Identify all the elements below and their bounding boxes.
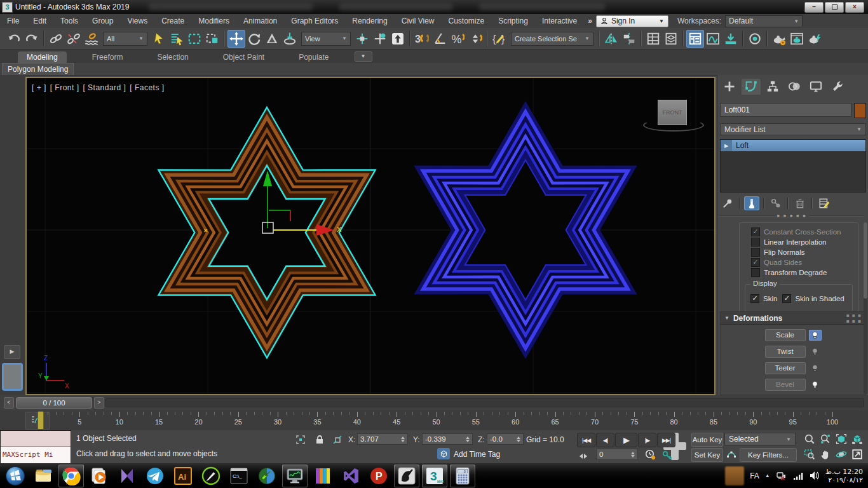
- display-tab-icon[interactable]: [806, 79, 825, 94]
- rect-selection-region-icon[interactable]: [186, 30, 203, 48]
- zoom-all-icon[interactable]: [818, 431, 833, 446]
- kmplayer-icon[interactable]: [114, 464, 140, 487]
- zoom-region-icon[interactable]: [802, 447, 817, 461]
- menu-graph-editors[interactable]: Graph Editors: [284, 14, 345, 28]
- panel-scrollbar[interactable]: [864, 222, 867, 394]
- rendered-frame-icon[interactable]: [788, 30, 806, 48]
- ribbon-tab-modeling[interactable]: Modeling: [18, 51, 67, 63]
- illustrator-icon[interactable]: Ai: [170, 464, 196, 487]
- expand-arrow-icon[interactable]: ▶: [721, 140, 732, 151]
- maxscript-mini-listener[interactable]: MAXScript Mi: [0, 430, 71, 463]
- time-configuration-icon[interactable]: [643, 448, 657, 461]
- media-player-icon[interactable]: [86, 464, 112, 487]
- redo-icon[interactable]: [23, 30, 41, 48]
- file-explorer-icon[interactable]: [31, 464, 56, 487]
- mirror-icon[interactable]: [602, 30, 620, 48]
- bulb-toggle-icon[interactable]: [809, 363, 822, 374]
- previous-frame-button[interactable]: ◀|: [596, 433, 614, 447]
- menu-tools[interactable]: Tools: [53, 14, 85, 28]
- ribbon-overflow-chip[interactable]: ▼: [355, 51, 372, 62]
- schematic-view-icon[interactable]: [722, 30, 740, 48]
- color-stripes-icon[interactable]: [310, 464, 336, 487]
- remove-modifier-icon[interactable]: [792, 196, 808, 210]
- keyboard-override-icon[interactable]: [389, 30, 407, 48]
- absolute-offset-toggle-icon[interactable]: [330, 433, 344, 446]
- named-sets-dropdown[interactable]: Create Selection Se▼: [511, 32, 593, 46]
- checkbox-quad-sides[interactable]: Quad Sides: [751, 257, 858, 268]
- signal-strength-icon[interactable]: [793, 471, 803, 480]
- bevel-deformation-button[interactable]: Bevel: [765, 379, 806, 391]
- edit-named-sets-icon[interactable]: {}: [491, 30, 508, 48]
- angle-snap-icon[interactable]: [431, 30, 449, 48]
- pan-icon[interactable]: [818, 447, 833, 461]
- chrome-icon[interactable]: [58, 464, 84, 487]
- teeter-deformation-button[interactable]: Teeter: [765, 362, 806, 374]
- panel-splitter[interactable]: ■ ■ ■ ■ ■: [720, 215, 864, 217]
- close-button[interactable]: ×: [845, 2, 864, 13]
- ribbon-tab-freeform[interactable]: Freeform: [83, 51, 132, 63]
- checkbox-constant-cross-section[interactable]: Constant Cross-Section: [751, 227, 858, 237]
- make-unique-icon[interactable]: [768, 196, 783, 210]
- scale-deformation-button[interactable]: Scale: [765, 329, 806, 341]
- select-object-icon[interactable]: [150, 30, 168, 48]
- z-coord-field[interactable]: -0.0: [487, 433, 524, 445]
- select-place-icon[interactable]: [281, 30, 299, 48]
- isolate-selection-icon[interactable]: [294, 433, 308, 446]
- motion-tab-icon[interactable]: [785, 79, 804, 94]
- checkbox-linear-interpolation[interactable]: Linear Interpolation: [751, 237, 858, 247]
- current-frame-marker[interactable]: [37, 411, 44, 430]
- start-button[interactable]: [3, 464, 28, 487]
- expand-panel-button[interactable]: ▶: [4, 345, 20, 359]
- auto-key-button[interactable]: Auto Key: [691, 433, 723, 447]
- add-time-tag-label[interactable]: Add Time Tag: [454, 450, 500, 459]
- pin-stack-icon[interactable]: [720, 196, 735, 210]
- viewport-menu-shading[interactable]: [ Facets ]: [130, 83, 164, 92]
- checkbox-skin-in-shaded[interactable]: Skin in Shaded: [782, 294, 844, 304]
- window-crossing-icon[interactable]: [203, 30, 221, 48]
- orbit-icon[interactable]: [834, 447, 849, 461]
- percent-snap-icon[interactable]: %: [449, 30, 466, 48]
- 3dsmax-icon[interactable]: 3MAX: [422, 464, 447, 487]
- bulb-toggle-icon[interactable]: [809, 330, 822, 341]
- menu-group[interactable]: Group: [85, 14, 120, 28]
- ribbon-tab-selection[interactable]: Selection: [148, 51, 197, 63]
- go-to-start-button[interactable]: |◀◀: [577, 433, 595, 447]
- tray-app-icon[interactable]: [725, 466, 744, 485]
- y-coord-field[interactable]: -0.339: [422, 433, 473, 445]
- menu-overflow-chevron[interactable]: »: [584, 17, 596, 25]
- render-production-icon[interactable]: [806, 30, 824, 48]
- render-setup-icon[interactable]: [770, 30, 788, 48]
- selection-filter-dropdown[interactable]: All▼: [103, 32, 147, 46]
- menu-civil-view[interactable]: Civil View: [395, 14, 442, 28]
- key-filters-button[interactable]: Key Filters...: [740, 448, 797, 462]
- configure-modifier-sets-icon[interactable]: [817, 196, 832, 210]
- zoom-extents-all-icon[interactable]: [850, 431, 865, 446]
- stack-item-loft[interactable]: ▶ Loft: [721, 140, 865, 151]
- menu-modifiers[interactable]: Modifiers: [191, 14, 236, 28]
- menu-interactive[interactable]: Interactive: [535, 14, 584, 28]
- go-to-end-button[interactable]: ▶▶|: [657, 433, 675, 447]
- modifier-stack[interactable]: ▶ Loft: [720, 139, 866, 193]
- twist-deformation-button[interactable]: Twist: [765, 346, 806, 358]
- menu-rendering[interactable]: Rendering: [345, 14, 394, 28]
- bulb-toggle-icon[interactable]: [809, 346, 822, 357]
- maximize-viewport-icon[interactable]: [850, 447, 865, 461]
- layer-explorer-icon[interactable]: [644, 30, 662, 48]
- object-name-field[interactable]: Loft001: [720, 103, 851, 117]
- zoom-icon[interactable]: [802, 431, 817, 446]
- scene-explorer-icon[interactable]: [686, 30, 704, 48]
- select-manipulate-icon[interactable]: [371, 30, 389, 48]
- menu-create[interactable]: Create: [154, 14, 191, 28]
- hierarchy-tab-icon[interactable]: [763, 79, 782, 94]
- command-prompt-icon[interactable]: C:\_: [226, 464, 252, 487]
- create-tab-icon[interactable]: [720, 79, 739, 94]
- show-end-result-icon[interactable]: [744, 196, 759, 210]
- track-bar-ruler[interactable]: 0510152025303540455055606570758085909510…: [36, 410, 838, 430]
- download-manager-icon[interactable]: [254, 464, 280, 487]
- maximize-button[interactable]: [825, 2, 844, 13]
- bulb-toggle-icon[interactable]: [809, 379, 822, 390]
- menu-file[interactable]: File: [0, 14, 26, 28]
- set-key-button[interactable]: Set Key: [691, 448, 723, 462]
- viewport-menu-general[interactable]: [ + ]: [32, 83, 46, 92]
- maxscript-macro-pane[interactable]: [1, 431, 71, 447]
